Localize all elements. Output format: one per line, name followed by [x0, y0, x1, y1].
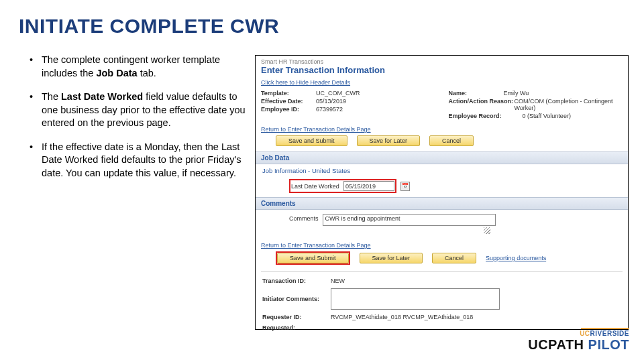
template-label: Template:	[261, 90, 316, 97]
requester-id-value: RVCMP_WEAthidate_018 RVCMP_WEAthidate_01…	[331, 314, 473, 320]
cancel-button[interactable]: Cancel	[429, 135, 474, 146]
action-value: COM/COM (Completion - Contingent Worker)	[514, 98, 623, 111]
logo-bar	[581, 328, 629, 329]
return-link-top[interactable]: Return to Enter Transaction Details Page	[256, 125, 628, 134]
employee-id-label: Employee ID:	[261, 106, 316, 113]
last-date-worked-row: Last Date Worked 05/15/2019 📅	[256, 177, 628, 197]
name-label: Name:	[449, 90, 504, 97]
screenshot-title: Enter Transaction Information	[256, 65, 628, 78]
initiator-comments-input[interactable]	[331, 288, 500, 310]
button-row-top: Save and Submit Save for Later Cancel	[256, 134, 628, 152]
hide-header-link[interactable]: Click here to Hide Header Details	[256, 78, 628, 90]
template-value: UC_COM_CWR	[316, 90, 360, 97]
logo-university: UCRIVERSIDE	[528, 330, 629, 337]
bullet-list: The complete contingent worker template …	[27, 54, 248, 191]
transaction-id-label: Transaction ID:	[262, 278, 324, 284]
action-label: Action/Action Reason:	[449, 98, 515, 111]
button-row-bottom: Save and Submit Save for Later Cancel Su…	[256, 250, 628, 270]
save-for-later-button[interactable]: Save for Later	[357, 135, 421, 146]
effective-date-label: Effective Date:	[261, 98, 316, 105]
highlight-save-submit: Save and Submit	[276, 251, 350, 265]
comments-section: Comments	[256, 197, 628, 210]
highlight-last-date-worked: Last Date Worked 05/15/2019	[289, 179, 396, 193]
comments-label: Comments	[289, 214, 319, 222]
embedded-screenshot: Smart HR Transactions Enter Transaction …	[255, 55, 629, 330]
divider	[261, 272, 623, 272]
comments-row: Comments CWR is ending appointment	[256, 210, 628, 241]
emp-record-value: 0 (Staff Volunteer)	[523, 113, 571, 119]
save-for-later-button-2[interactable]: Save for Later	[360, 253, 423, 263]
page-title: INITIATE COMPLETE CWR	[19, 15, 279, 38]
employee-id-value: 67399572	[316, 106, 343, 113]
calendar-icon[interactable]: 📅	[400, 182, 410, 191]
initiator-comments-label: Initiator Comments:	[262, 296, 324, 302]
logo-main: UCPATH PILOT	[528, 337, 629, 353]
name-value: Emily Wu	[504, 90, 529, 97]
requested-label: Requested:	[262, 324, 324, 331]
effective-date-value: 05/13/2019	[316, 98, 346, 105]
save-and-submit-button-2[interactable]: Save and Submit	[277, 253, 349, 263]
return-link-bottom[interactable]: Return to Enter Transaction Details Page	[256, 241, 628, 250]
requester-id-label: Requester ID:	[262, 314, 324, 320]
bullet-1: The complete contingent worker template …	[27, 54, 248, 80]
resize-handle-icon[interactable]	[484, 227, 490, 234]
bullet-2: The Last Date Worked field value default…	[27, 90, 248, 130]
last-date-worked-label: Last Date Worked	[291, 183, 339, 190]
breadcrumb: Smart HR Transactions	[256, 56, 628, 65]
footer-logo: UCRIVERSIDE UCPATH PILOT	[528, 328, 629, 353]
transaction-id-value: NEW	[331, 278, 345, 284]
job-data-section: Job Data	[256, 152, 628, 164]
comments-input[interactable]: CWR is ending appointment	[323, 214, 496, 226]
supporting-documents-link[interactable]: Supporting documents	[486, 255, 546, 261]
bullet-3: If the effective date is a Monday, then …	[27, 141, 248, 180]
emp-record-label: Employee Record:	[449, 113, 523, 119]
cancel-button-2[interactable]: Cancel	[432, 253, 476, 263]
slide: INITIATE COMPLETE CWR The complete conti…	[0, 0, 644, 362]
last-date-worked-input[interactable]: 05/15/2019	[343, 181, 394, 191]
save-and-submit-button[interactable]: Save and Submit	[276, 135, 347, 146]
header-details: Template:UC_COM_CWR Effective Date:05/13…	[256, 90, 628, 125]
job-info-subsection: Job Information - United States	[256, 164, 628, 177]
